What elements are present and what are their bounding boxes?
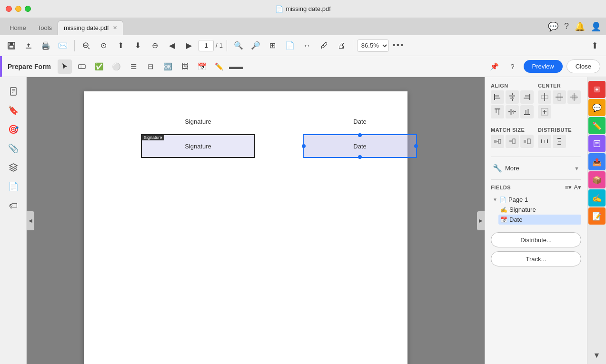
combo-tool[interactable]: ⊟ bbox=[143, 59, 158, 74]
radio-tool[interactable]: ⚪ bbox=[109, 59, 123, 74]
help-tool[interactable]: ? bbox=[506, 59, 520, 74]
loupe-button[interactable]: 🔎 bbox=[248, 38, 263, 53]
dist-v-btn[interactable] bbox=[553, 135, 566, 148]
title-bar: 📄 missing date.pdf bbox=[0, 0, 606, 18]
canvas-area[interactable]: ◀ ▶ Signature Signature Signature Date D… bbox=[27, 77, 485, 364]
print-button[interactable]: 🖨️ bbox=[38, 38, 53, 53]
far-right-fillsign-icon[interactable]: 📝 bbox=[588, 207, 606, 225]
date-handle-bottom[interactable] bbox=[358, 155, 362, 159]
distribute-grid bbox=[538, 135, 581, 148]
sidebar-layers-icon[interactable] bbox=[5, 159, 22, 176]
far-right-compress-icon[interactable]: 📦 bbox=[588, 171, 606, 188]
far-right-more-icon[interactable]: ▼ bbox=[588, 347, 606, 364]
center-extra1[interactable] bbox=[538, 105, 551, 118]
collapse-left-button[interactable]: ◀ bbox=[27, 211, 34, 230]
tab-home[interactable]: Home bbox=[4, 20, 32, 35]
align-right-top[interactable] bbox=[520, 90, 534, 104]
date-handle-right[interactable] bbox=[414, 144, 418, 148]
pin-tool[interactable]: 📌 bbox=[487, 59, 502, 74]
select-tool[interactable] bbox=[58, 59, 72, 74]
track-button[interactable]: Track... bbox=[491, 251, 581, 266]
tab-tools[interactable]: Tools bbox=[32, 20, 58, 35]
date-field[interactable]: Date bbox=[303, 134, 417, 158]
fields-az-icon[interactable]: A▾ bbox=[574, 184, 581, 191]
signature-field[interactable]: Signature Signature bbox=[141, 134, 255, 158]
toolbar-more-button[interactable]: ••• bbox=[391, 38, 406, 53]
far-right-export-icon[interactable] bbox=[588, 81, 606, 98]
page-input[interactable] bbox=[199, 40, 214, 51]
close-form-button[interactable]: Close bbox=[566, 59, 600, 73]
next-page-button[interactable]: ⬇ bbox=[130, 38, 145, 53]
zoom-select[interactable]: 86.5% 50% 75% 100% 125% 150% 200% bbox=[357, 39, 389, 52]
tree-signature[interactable]: ✍ Signature bbox=[498, 205, 581, 215]
match-height-btn[interactable] bbox=[506, 135, 519, 148]
sidebar-tag-icon[interactable]: 🏷 bbox=[5, 197, 22, 214]
align-bottom[interactable] bbox=[520, 105, 534, 118]
back-button[interactable]: ◀ bbox=[164, 38, 179, 53]
sidebar-target-icon[interactable]: 🎯 bbox=[5, 121, 22, 138]
collapse-right-button[interactable]: ▶ bbox=[477, 211, 485, 230]
close-button[interactable] bbox=[6, 6, 12, 12]
align-middle[interactable] bbox=[506, 105, 519, 118]
sidebar-page-icon[interactable]: 📄 bbox=[5, 178, 22, 195]
match-both-btn[interactable] bbox=[520, 135, 534, 148]
dist-h-btn[interactable] bbox=[538, 135, 551, 148]
button-tool[interactable]: 🆗 bbox=[160, 59, 175, 74]
upload-button[interactable] bbox=[21, 38, 36, 53]
comment-icon[interactable]: 💬 bbox=[548, 21, 558, 32]
tab-file[interactable]: missing date.pdf ✕ bbox=[58, 20, 123, 35]
center-h-btn[interactable] bbox=[538, 90, 551, 104]
text-field-tool[interactable]: T bbox=[75, 59, 89, 74]
page-single-button[interactable]: 📄 bbox=[282, 38, 298, 53]
zoom-out-button[interactable] bbox=[79, 38, 94, 53]
align-left-top[interactable] bbox=[491, 90, 504, 104]
far-right-edit-icon[interactable]: ✏️ bbox=[588, 117, 606, 134]
print2-button[interactable]: 🖨 bbox=[334, 38, 349, 53]
far-right-send-icon[interactable]: 📤 bbox=[588, 153, 606, 170]
email-button[interactable]: ✉️ bbox=[55, 38, 70, 53]
save-button[interactable] bbox=[4, 38, 19, 53]
preview-button[interactable]: Preview bbox=[524, 60, 563, 73]
date-handle-top[interactable] bbox=[358, 133, 362, 137]
more-row[interactable]: 🔧 More ▼ bbox=[491, 161, 581, 176]
bell-icon[interactable]: 🔔 bbox=[575, 21, 585, 32]
fullscreen-button[interactable] bbox=[25, 6, 31, 12]
far-right-comment-icon[interactable]: 💬 bbox=[588, 99, 606, 116]
export-button[interactable]: ⬆ bbox=[587, 38, 602, 53]
listbox-tool[interactable]: ☰ bbox=[126, 59, 140, 74]
rotate-button[interactable]: ↔ bbox=[299, 38, 315, 53]
tree-page1[interactable]: ▼ 📄 Page 1 bbox=[491, 195, 581, 205]
sidebar-paperclip-icon[interactable]: 📎 bbox=[5, 140, 22, 157]
date-handle-left[interactable] bbox=[302, 144, 306, 148]
center-both-btn[interactable] bbox=[567, 90, 581, 104]
minimize-button[interactable] bbox=[15, 6, 21, 12]
match-width-btn[interactable] bbox=[491, 135, 504, 148]
align-center-top[interactable] bbox=[506, 90, 519, 104]
match-size-section: MATCH SIZE bbox=[491, 127, 534, 152]
stamp-button[interactable]: 🖊 bbox=[317, 38, 332, 53]
checkbox-tool[interactable]: ✅ bbox=[92, 59, 106, 74]
fit-page-button[interactable]: ⊙ bbox=[96, 38, 111, 53]
profile-icon[interactable]: 👤 bbox=[591, 21, 601, 32]
far-right-form-icon[interactable] bbox=[588, 135, 606, 152]
tree-date[interactable]: 📅 Date bbox=[498, 215, 581, 225]
tab-close-icon[interactable]: ✕ bbox=[113, 25, 117, 31]
align-top[interactable] bbox=[491, 105, 504, 118]
forward-button[interactable]: ▶ bbox=[181, 38, 197, 53]
help-icon[interactable]: ? bbox=[564, 21, 569, 31]
far-right-sign-icon[interactable]: ✍ bbox=[588, 189, 606, 207]
image-tool[interactable]: 🖼 bbox=[178, 59, 192, 74]
prev-page-button[interactable]: ⬆ bbox=[113, 38, 128, 53]
svg-rect-13 bbox=[495, 95, 499, 97]
distribute-button[interactable]: Distribute... bbox=[491, 232, 581, 247]
page-view-button[interactable]: ⊞ bbox=[265, 38, 280, 53]
sidebar-pages-icon[interactable] bbox=[5, 83, 22, 100]
fields-sort-icon[interactable]: ≡▾ bbox=[565, 184, 572, 191]
date-tool[interactable]: 📅 bbox=[195, 59, 209, 74]
barcode-tool[interactable]: ▬▬ bbox=[229, 59, 243, 74]
first-page-button[interactable]: ⊖ bbox=[147, 38, 162, 53]
edit-tool[interactable]: ✏️ bbox=[212, 59, 226, 74]
sidebar-bookmark-icon[interactable]: 🔖 bbox=[5, 102, 22, 119]
search-button[interactable]: 🔍 bbox=[231, 38, 246, 53]
center-v-btn[interactable] bbox=[553, 90, 566, 104]
